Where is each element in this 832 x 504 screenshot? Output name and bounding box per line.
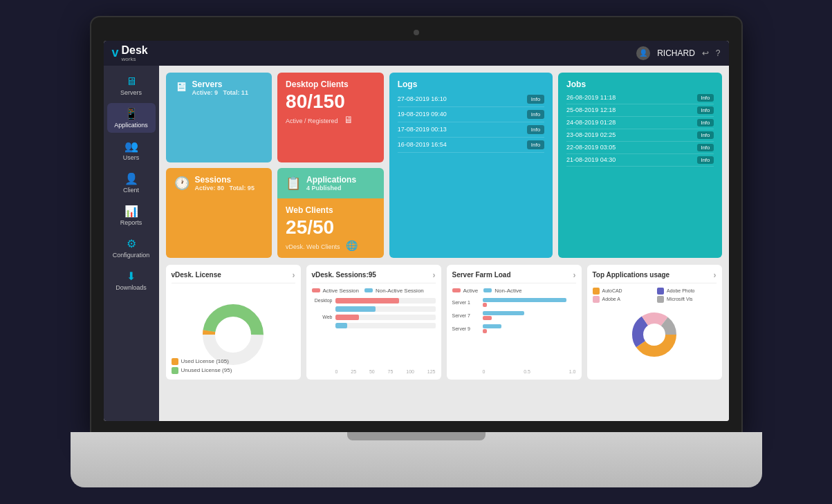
tile-web-clients: Web Clients 25/50 vDesk. Web Clients 🌐 [277, 198, 384, 258]
screen-bezel: v Desk works 👤 RICHARD ↩ ? [91, 17, 741, 432]
left-grid: 🖥 Servers Active: 9 Total: 11 [166, 73, 384, 258]
microsift-dot [657, 296, 664, 303]
camera [414, 30, 419, 35]
web-active-bar [335, 315, 360, 320]
server-active-label: Active [463, 288, 479, 294]
server7-bars [483, 311, 576, 320]
top-apps-title: Top Applications usage [593, 271, 670, 279]
server1-nonactive-bar [483, 303, 488, 307]
job-info-btn[interactable]: Info [697, 94, 713, 102]
sessions-title: Sessions [195, 175, 255, 185]
logo-text: Desk works [122, 44, 148, 62]
servers-icon: 🖥 [126, 75, 137, 88]
sidebar-label-servers: Servers [120, 89, 142, 96]
server9-label: Server 9 [452, 326, 480, 331]
logout-icon[interactable]: ↩ [702, 48, 709, 58]
sessions-chevron[interactable]: › [433, 270, 436, 280]
adobe-photo-dot [657, 288, 664, 295]
sessions-icon: 🕐 [174, 176, 189, 191]
server1-label: Server 1 [452, 300, 480, 305]
sidebar-item-servers[interactable]: 🖥 Servers [107, 71, 156, 100]
top-apps-header: Top Applications usage › [593, 270, 717, 283]
desktop-nonactive-track [335, 306, 436, 312]
log-info-btn[interactable]: Info [527, 140, 544, 149]
sidebar-item-reports[interactable]: 📊 Reports [107, 200, 156, 230]
job-info-btn[interactable]: Info [697, 144, 713, 151]
apps-legend: AutoCAD Adobe Photo Adobe A [593, 288, 717, 303]
jobs-title: Jobs [566, 80, 713, 89]
job-info-btn[interactable]: Info [697, 106, 713, 114]
adobe-a-dot [593, 296, 600, 303]
desktop-clients-title: Desktop Clients [286, 80, 376, 89]
server9-active-bar [483, 324, 501, 328]
help-icon[interactable]: ? [716, 48, 721, 58]
apps-title: Applications [306, 175, 356, 185]
sidebar-label-client: Client [123, 187, 139, 194]
screen: v Desk works 👤 RICHARD ↩ ? [104, 41, 729, 421]
web-nonactive-bar-row [312, 323, 436, 328]
web-nonactive-track [335, 323, 436, 328]
log-info-btn[interactable]: Info [527, 125, 544, 134]
web-clients-title: Web Clients [286, 205, 376, 215]
server-active-legend: Active [452, 288, 479, 294]
unused-label: Unused License (95) [181, 367, 232, 373]
config-icon: ⚙ [127, 237, 136, 250]
sessions-legend: Active Session Non-Active Session [312, 288, 436, 294]
web-bar-label: Web [312, 315, 333, 319]
adobe-photo-label: Adobe Photo [667, 288, 694, 293]
desktop-clients-number: 80/150 [286, 92, 376, 111]
license-donut-svg [198, 293, 268, 348]
autocad-label: AutoCAD [602, 288, 622, 293]
reports-icon: 📊 [124, 205, 138, 218]
job-info-btn[interactable]: Info [697, 131, 713, 139]
web-clients-desc: vDesk. Web Clients 🌐 [286, 240, 376, 251]
top-apps-pie-svg [623, 307, 685, 362]
sidebar-label-users: Users [123, 154, 140, 161]
tile-servers: 🖥 Servers Active: 9 Total: 11 [166, 73, 272, 162]
top-apps-chevron[interactable]: › [714, 270, 717, 280]
job-info-btn[interactable]: Info [697, 119, 713, 127]
unused-license-legend: Unused License (95) [172, 367, 295, 374]
sidebar-item-applications[interactable]: 📱 Applications [107, 103, 156, 133]
topbar-right: 👤 RICHARD ↩ ? [636, 46, 720, 60]
server-nonactive-label: Non-Active [494, 288, 521, 294]
log-info-btn[interactable]: Info [527, 110, 544, 119]
sidebar: 🖥 Servers 📱 Applications 👥 Users 👤 Clien… [104, 66, 159, 421]
server-farm-chart-card: Server Farm Load › Active Non [447, 265, 582, 380]
desktop-active-bar [335, 298, 400, 304]
svg-point-7 [645, 324, 665, 344]
used-label: Used License (105) [181, 358, 229, 364]
apps-tile-icon: 📋 [286, 176, 301, 191]
web-nonactive-bar [335, 323, 347, 328]
sidebar-item-downloads[interactable]: ⬇ Downloads [107, 265, 156, 295]
logo-desk: Desk [122, 44, 148, 56]
top-apps-pie-container [593, 307, 717, 362]
job-entry: 23-08-2019 02:25Info [566, 129, 713, 142]
web-clients-number: 25/50 [286, 218, 376, 237]
adobe-photo-legend: Adobe Photo [657, 288, 717, 295]
nonactive-label: Non-Active Session [376, 288, 424, 294]
job-entry: 21-08-2019 04:30Info [566, 154, 713, 167]
tile-sessions: 🕐 Sessions Active: 80 Total: 95 [166, 168, 272, 258]
job-entry: 25-08-2019 12:18Info [566, 104, 713, 117]
job-info-btn[interactable]: Info [697, 156, 713, 164]
tile-applications: 📋 Applications 4 Published [277, 168, 384, 198]
server7-nonactive-bar [483, 316, 492, 320]
web-bar-row: Web [312, 315, 436, 320]
server1-row: Server 1 [452, 298, 576, 307]
sidebar-item-client[interactable]: 👤 Client [107, 168, 156, 198]
sidebar-item-users[interactable]: 👥 Users [107, 136, 156, 165]
tile-desktop-clients: Desktop Clients 80/150 Active / Register… [277, 73, 384, 162]
apps-info: Applications 4 Published [306, 175, 356, 192]
autocad-legend: AutoCAD [593, 288, 652, 295]
license-chart-header: vDesk. License › [172, 270, 295, 283]
log-info-btn[interactable]: Info [527, 95, 544, 104]
server-farm-chevron[interactable]: › [573, 270, 576, 280]
sidebar-item-configuration[interactable]: ⚙ Configuration [107, 233, 156, 263]
sidebar-label-downloads: Downloads [115, 284, 147, 291]
server9-nonactive-bar [483, 329, 488, 333]
desktop-bar-label: Desktop [312, 298, 333, 303]
license-chevron[interactable]: › [293, 270, 295, 280]
nonactive-dot [364, 288, 373, 292]
log-entry: 27-08-2019 16:10Info [398, 92, 544, 107]
